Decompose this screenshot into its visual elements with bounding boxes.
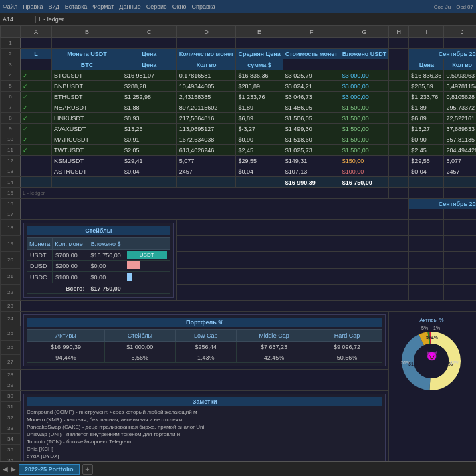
menu-view[interactable]: Вид [49,3,60,10]
table-row: 18 Стейблы Монета Кол. монет Вложено $ [1,220,477,236]
svg-text:42%: 42% [450,360,459,365]
inv-eth: $3 000,00 [340,92,389,102]
table-row: 8 ✓ LINKUSDT $8,93 217,5664816 $6,89 $1 … [1,113,477,124]
total-invested: $16 750,00 [340,177,389,188]
sep-price-near: $1,89 [409,102,444,113]
svg-text:😈: 😈 [426,350,438,362]
header-row: 2 L Монета USDT Цена Количество монет Ср… [1,49,477,60]
menu-data[interactable]: Данные [119,3,141,10]
col-header-c: C [122,26,176,38]
check-twt: ✓ [21,145,52,156]
usdt-bar: USDT [127,251,167,259]
tab-portfolio[interactable]: 2022-25 Portfolio [19,464,80,475]
table-row: 13 ASTRUSDT $0,04 2457 $0,04 $107,13 $10… [1,166,477,177]
coin-eth: ETHUSDT [52,92,122,102]
price-matic: $0,91 [122,134,176,145]
tab-nav-next[interactable]: ▶ [11,465,16,473]
col-header-j: J [444,26,476,38]
donut-chart-assets: 😈 51% 42% 5% 1% 51% 42% [394,324,468,398]
tab-add-button[interactable]: + [82,464,93,475]
date-ocd: Ocd 07 [456,4,473,10]
check-link: ✓ [21,113,52,124]
sub-header-row: 3 BTC Цена Кол во сумма $ Цена Кол во су… [1,60,477,70]
note-chia: Chia [XCH] [27,445,382,453]
col-d-label: Количество монет [176,49,236,60]
portfolio-pct-row: 94,44%5,56%1,43%42,45%50,56% [27,352,382,363]
value-link: $1 506,05 [283,113,340,124]
main-table: A B C D E F G H I J K L M N [0,25,476,461]
coin-avax: AVAXUSDT [52,124,122,134]
col-f-label: Стоимость монет [283,49,340,60]
inv-btc: $3 000,00 [340,70,389,81]
menu-window[interactable]: Окно [172,3,187,10]
inv-astr: $100,00 [340,166,389,177]
avg-avax: $-3,27 [236,124,283,134]
col-header-f: F [283,26,340,38]
value-near: $1 486,95 [283,102,340,113]
table-row: 17 сумма $ сумма $ [1,209,477,220]
menu-format[interactable]: Формат [92,3,114,10]
qty-link: 217,5664816 [176,113,236,124]
coin-link: LINKUSDT [52,113,122,124]
table-row: 4 ✓ BTCUSDT $16 981,07 0,17816581 $16 83… [1,70,477,81]
menu-file[interactable]: Файл [3,3,17,10]
price-bnb: $288,28 [122,81,176,92]
menu-insert[interactable]: Вставка [65,3,87,10]
avg-twt: $2,45 [236,145,283,156]
avg-eth: $1 233,76 [236,92,283,102]
portfolio-values-row: $16 990,39$1 000,00$256,44$7 637,23$9 09… [27,342,382,352]
price-ksm: $29,41 [122,156,176,166]
sep-qty-avax: 37,689833 [444,124,476,134]
value-bnb: $3 024,21 [283,81,340,92]
table-row: 6 ✓ ETHUSDT $1 252,98 2,43158385 $1 233,… [1,92,477,102]
tab-nav-prev[interactable]: ◀ [3,465,8,473]
menu-tools[interactable]: Сервис [146,3,167,10]
table-row: 23 [1,301,477,312]
qty-matic: 1672,634038 [176,134,236,145]
value-twt: $1 025,73 [283,145,340,156]
inv-avax: $1 500,00 [340,124,389,134]
qty-bnb: 10,49344605 [176,81,236,92]
avg-ksm: $29,55 [236,156,283,166]
menu-edit[interactable]: Правка [23,3,43,10]
value-ksm: $149,31 [283,156,340,166]
price-btc: $16 981,07 [122,70,176,81]
qty-eth: 2,43158385 [176,92,236,102]
port-col-stables: Стейблы [105,330,175,342]
col-header-i: I [409,26,444,38]
table-row: 5 ✓ BNBUSDT $288,28 10,49344605 $285,89 … [1,81,477,92]
sep-header2: Сентябрь 2022 [409,199,476,209]
menu-bar: Файл Правка Вид Вставка Формат Данные Се… [0,0,476,13]
stable-col-qty: Кол. монет [53,238,88,250]
price-avax: $13,26 [122,124,176,134]
grid-content[interactable]: A B C D E F G H I J K L M N [0,25,476,461]
value-matic: $1 518,60 [283,134,340,145]
tab-bar: ◀ ▶ 2022-25 Portfolio + [0,461,476,476]
svg-text:5%: 5% [421,326,428,330]
notes-section: Заметки Compound (COMP) - инструмент, че… [23,394,386,461]
sep-price-avax: $13,27 [409,124,444,134]
notes-title: Заметки [27,397,382,406]
inv-matic: $1 500,00 [340,134,389,145]
table-row: 1 [1,38,477,49]
sep-price-matic: $0,90 [409,134,444,145]
col-l-label: L [21,49,52,60]
stables-title: Стейблы [27,226,170,235]
coin-astr: ASTRUSDT [52,166,122,177]
col-g-label: Вложено USDT [340,49,389,60]
menu-help[interactable]: Справка [192,3,215,10]
check-ksm [21,156,52,166]
avg-bnb: $285,89 [236,81,283,92]
price-twt: $2,05 [122,145,176,156]
sep-qty-btc: 0,5093963 [444,70,476,81]
qty-twt: 613,4026246 [176,145,236,156]
sep-price-eth: $1 233,76 [409,92,444,102]
value-btc: $3 025,79 [283,70,340,81]
port-col-mid: Middle Cap [236,330,312,342]
col-header-b: B [52,26,122,38]
sep-qty-twt: 204,494426 [444,145,476,156]
coin-btc: BTCUSDT [52,70,122,81]
column-header-row: A B C D E F G H I J K L M N [1,26,477,38]
avg-btc: $16 836,36 [236,70,283,81]
port-col-low: Low Cap [175,330,236,342]
